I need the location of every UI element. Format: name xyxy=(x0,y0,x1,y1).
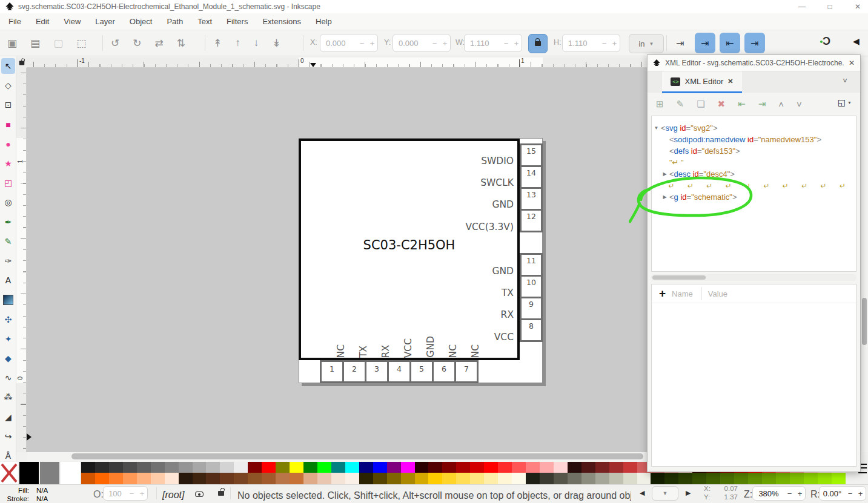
plus-stepper[interactable]: + xyxy=(609,39,620,48)
mesh-gradient-tool[interactable]: ✣ xyxy=(1,312,15,327)
raise-icon[interactable]: ↑ xyxy=(235,37,240,49)
current-layer-label[interactable]: [root] xyxy=(162,490,184,501)
xml-tree-row[interactable]: "↵ ↵ ↵ ↵ ↵ ↵ ↵ ↵ ↵ ↵ ↵ ↵ ↵ ↵ ↵ ↵ ↵ xyxy=(652,180,856,191)
palette-swatch[interactable] xyxy=(609,462,623,473)
menu-extensions[interactable]: Extensions xyxy=(255,17,308,26)
palette-swatch[interactable] xyxy=(609,473,623,484)
minus-stepper[interactable]: − xyxy=(127,489,137,498)
palette-swatch[interactable] xyxy=(623,473,637,484)
collapse-toolbar-icon[interactable]: ◀ xyxy=(853,36,860,46)
palette-swatch[interactable] xyxy=(137,473,151,484)
palette-swatch[interactable] xyxy=(804,473,818,484)
palette-swatch[interactable] xyxy=(248,473,262,484)
palette-swatch[interactable] xyxy=(428,473,442,484)
menu-layer[interactable]: Layer xyxy=(88,17,122,26)
menu-help[interactable]: Help xyxy=(308,17,339,26)
palette-swatch[interactable] xyxy=(387,462,401,473)
palette-swatch[interactable] xyxy=(248,462,262,473)
panel-layout-button[interactable]: ◱ ▼ xyxy=(838,97,852,107)
palette-swatch[interactable] xyxy=(81,462,95,473)
xml-tree-row[interactable]: <sodipodi:namedview id="namedview153"> xyxy=(652,134,856,145)
plus-stepper[interactable]: + xyxy=(855,489,866,498)
add-attribute-button[interactable]: + xyxy=(652,287,672,300)
column-divider[interactable] xyxy=(701,287,702,300)
lock-ratio-button[interactable] xyxy=(528,34,548,53)
opacity-field[interactable]: 100 − + xyxy=(103,486,148,501)
pencil-tool[interactable]: ✎ xyxy=(1,234,15,249)
text-tool[interactable]: A xyxy=(1,272,15,288)
y-field[interactable]: 0.000 − + xyxy=(393,34,451,52)
palette-swatch[interactable] xyxy=(595,473,609,484)
xml-tree-row[interactable]: <defs id="defs153"> xyxy=(652,145,856,157)
palette-swatch[interactable] xyxy=(484,462,498,473)
palette-swatch[interactable] xyxy=(401,473,415,484)
palette-swatch[interactable] xyxy=(373,462,387,473)
minus-stepper[interactable]: − xyxy=(357,39,367,48)
layer-visibility-icon[interactable] xyxy=(195,491,204,497)
palette-swatch[interactable] xyxy=(442,473,456,484)
canvas-vertical-scrollbar[interactable] xyxy=(861,58,868,452)
next-keyframe-icon[interactable]: ▶ xyxy=(686,489,691,497)
plus-stepper[interactable]: + xyxy=(440,39,450,48)
lower-icon[interactable]: ↓ xyxy=(254,37,259,49)
rotate-ccw-icon[interactable]: ↺ xyxy=(111,37,119,50)
layer-dropdown[interactable]: ▼ xyxy=(652,486,678,501)
palette-swatch[interactable] xyxy=(109,462,123,473)
palette-swatch[interactable] xyxy=(442,462,456,473)
shape-builder-tool[interactable]: ⊡ xyxy=(1,97,15,113)
eraser-tool[interactable]: ◢ xyxy=(1,409,15,425)
palette-swatch[interactable] xyxy=(776,473,790,484)
pin-box-14[interactable]: 14 xyxy=(520,165,543,189)
palette-swatch[interactable] xyxy=(651,473,664,484)
menu-edit[interactable]: Edit xyxy=(28,17,56,26)
palette-swatch[interactable] xyxy=(151,462,165,473)
palette-swatch[interactable] xyxy=(512,473,526,484)
minus-stepper[interactable]: − xyxy=(599,39,609,48)
star-tool[interactable]: ★ xyxy=(1,156,15,171)
palette-swatch[interactable] xyxy=(359,473,373,484)
delete-node-icon[interactable]: ✖ xyxy=(718,99,726,110)
palette-swatch[interactable] xyxy=(540,473,554,484)
palette-swatch[interactable] xyxy=(95,462,109,473)
deselect-icon[interactable]: ▢ xyxy=(53,37,63,50)
palette-swatch[interactable] xyxy=(234,462,248,473)
palette-swatch[interactable] xyxy=(81,473,95,484)
palette-swatch[interactable] xyxy=(331,473,345,484)
palette-swatch[interactable] xyxy=(95,473,109,484)
palette-swatch[interactable] xyxy=(165,462,179,473)
close-button[interactable]: ✕ xyxy=(846,0,868,13)
palette-swatch[interactable] xyxy=(19,462,39,484)
menu-text[interactable]: Text xyxy=(190,17,219,26)
palette-swatch[interactable] xyxy=(568,473,581,484)
palette-swatch[interactable] xyxy=(456,473,470,484)
palette-swatch[interactable] xyxy=(637,473,651,484)
palette-swatch[interactable] xyxy=(151,473,165,484)
palette-swatch[interactable] xyxy=(331,462,345,473)
select-all-layers-icon[interactable]: ▤ xyxy=(30,37,40,50)
palette-swatch[interactable] xyxy=(123,462,137,473)
palette-swatch[interactable] xyxy=(234,473,248,484)
rotation-value[interactable]: 0.00° xyxy=(820,489,845,498)
snap-alignment-icon[interactable]: ⇤ xyxy=(720,33,740,53)
palette-swatch[interactable] xyxy=(595,462,609,473)
opacity-value[interactable]: 100 xyxy=(104,489,127,498)
palette-swatch[interactable] xyxy=(664,473,678,484)
plus-stepper[interactable]: + xyxy=(367,39,377,48)
raise-to-top-icon[interactable]: ↟ xyxy=(213,37,222,50)
pin-box-10[interactable]: 10 xyxy=(520,275,543,298)
palette-swatch[interactable] xyxy=(415,462,429,473)
y-field-value[interactable]: 0.000 xyxy=(393,39,429,48)
palette-swatch[interactable] xyxy=(720,473,734,484)
palette-swatch[interactable] xyxy=(109,473,123,484)
selection-grow-icon[interactable]: ⬚ xyxy=(76,37,86,50)
close-tab-icon[interactable]: ✕ xyxy=(727,77,733,85)
palette-swatch[interactable] xyxy=(206,473,220,484)
pin-box-2[interactable]: 2 xyxy=(342,360,366,383)
pin-box-9[interactable]: 9 xyxy=(520,297,543,320)
panel-chevron-icon[interactable]: ˅ xyxy=(836,76,854,91)
palette-swatch[interactable] xyxy=(498,462,512,473)
palette-swatch[interactable] xyxy=(303,462,317,473)
palette-swatch[interactable] xyxy=(206,462,220,473)
palette-swatch[interactable] xyxy=(179,473,193,484)
palette-swatch[interactable] xyxy=(401,462,415,473)
